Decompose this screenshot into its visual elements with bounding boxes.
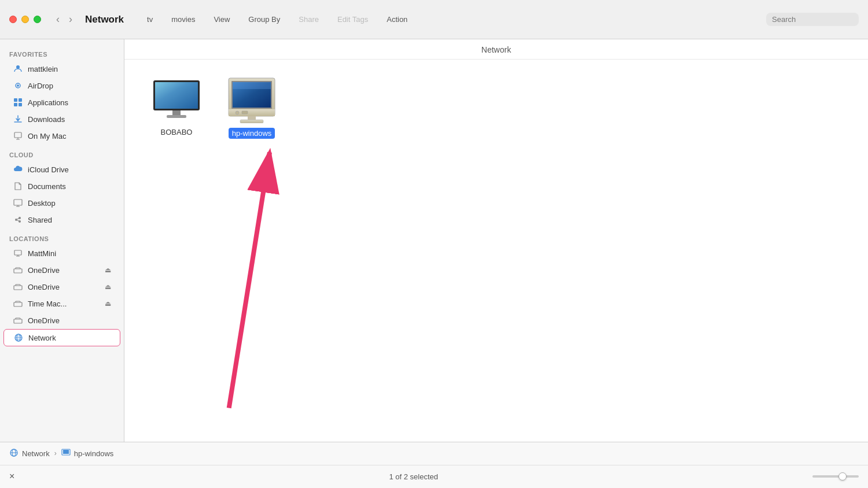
hp-windows-icon	[226, 77, 278, 123]
selection-info: 1 of 2 selected	[14, 472, 812, 481]
nav-buttons: ‹ ›	[53, 11, 76, 28]
sidebar-item-mattmini[interactable]: MattMini	[3, 245, 120, 261]
sidebar-label-airdrop: AirDrop	[28, 82, 53, 90]
hp-windows-label: hp-windows	[229, 128, 275, 139]
status-bottom: × 1 of 2 selected	[0, 465, 868, 488]
svg-rect-24	[172, 110, 181, 115]
svg-rect-7	[14, 132, 21, 138]
timemac-icon	[13, 298, 23, 309]
traffic-lights	[9, 16, 41, 23]
svg-rect-8	[14, 199, 22, 205]
breadcrumb-hp-windows[interactable]: hp-windows	[61, 449, 114, 459]
svg-rect-12	[14, 250, 21, 255]
toolbar-view[interactable]: View	[214, 15, 230, 24]
path-header: Network	[124, 39, 868, 60]
toolbar-movies[interactable]: movies	[171, 15, 195, 24]
desktop-icon	[13, 198, 23, 208]
close-selection-button[interactable]: ×	[9, 471, 14, 482]
mac-icon	[13, 131, 23, 141]
svg-rect-5	[14, 103, 17, 106]
file-grid: BOBABO	[124, 60, 868, 442]
drive-icon-1	[13, 265, 23, 275]
eject-icon-3[interactable]: ⏏	[105, 300, 111, 308]
sidebar-label-icloud-drive: iCloud Drive	[28, 165, 69, 174]
breadcrumb-hp-icon	[61, 449, 71, 459]
toolbar-tv[interactable]: tv	[147, 15, 153, 24]
sidebar-section-locations: Locations	[0, 228, 124, 245]
svg-rect-29	[233, 82, 271, 89]
slider-thumb[interactable]	[838, 472, 847, 480]
sidebar-label-mattklein: mattklein	[28, 65, 58, 73]
zoom-slider	[812, 475, 859, 478]
search-input[interactable]	[766, 13, 859, 26]
toolbar-share: Share	[299, 15, 319, 24]
svg-rect-32	[242, 111, 248, 114]
breadcrumb-bar: Network › hp-windows	[0, 442, 868, 465]
svg-point-11	[19, 220, 21, 223]
forward-button[interactable]: ›	[65, 11, 76, 28]
user-icon	[13, 64, 23, 74]
sidebar-label-timemac: Time Mac...	[28, 300, 67, 308]
svg-rect-34	[240, 120, 263, 123]
sidebar-item-onedrive3[interactable]: OneDrive	[3, 312, 120, 328]
svg-point-0	[16, 65, 20, 69]
sidebar-item-icloud-drive[interactable]: iCloud Drive	[3, 161, 120, 178]
applications-icon	[13, 97, 23, 108]
sidebar-item-documents[interactable]: Documents	[3, 178, 120, 194]
minimize-button[interactable]	[21, 16, 29, 23]
toolbar-edittags: Edit Tags	[337, 15, 368, 24]
svg-point-31	[236, 111, 239, 114]
sidebar-item-onedrive2[interactable]: OneDrive ⏏	[3, 279, 120, 295]
svg-rect-23	[155, 82, 198, 109]
sidebar-section-favorites: Favorites	[0, 44, 124, 60]
slider-track	[812, 475, 859, 478]
sidebar-item-shared[interactable]: Shared	[3, 212, 120, 228]
finder-window: ‹ › Network tv movies View Group By Shar…	[0, 0, 868, 488]
sidebar-item-airdrop[interactable]: AirDrop	[3, 77, 120, 94]
sidebar-item-mattklein[interactable]: mattklein	[3, 61, 120, 77]
drive-icon-2	[13, 282, 23, 292]
svg-rect-4	[19, 98, 22, 102]
close-button[interactable]	[9, 16, 17, 23]
window-title: Network	[85, 14, 124, 25]
sidebar-item-onedrive1[interactable]: OneDrive ⏏	[3, 262, 120, 278]
toolbar-action[interactable]: Action	[387, 15, 407, 24]
breadcrumb-network[interactable]: Network	[9, 448, 50, 459]
sidebar-label-onedrive3: OneDrive	[28, 316, 60, 325]
sidebar-label-documents: Documents	[28, 182, 66, 191]
documents-icon	[13, 181, 23, 191]
sidebar-label-network: Network	[28, 334, 56, 342]
breadcrumb-hp-label: hp-windows	[74, 449, 114, 458]
sidebar-item-network[interactable]: Network	[3, 329, 120, 346]
sidebar-item-on-my-mac[interactable]: On My Mac	[3, 128, 120, 144]
eject-icon-1[interactable]: ⏏	[105, 266, 111, 274]
back-button[interactable]: ‹	[53, 11, 63, 28]
svg-rect-33	[248, 116, 256, 120]
titlebar: ‹ › Network tv movies View Group By Shar…	[0, 0, 868, 39]
sidebar-item-downloads[interactable]: Downloads	[3, 111, 120, 127]
svg-rect-41	[63, 450, 69, 454]
sidebar-label-shared: Shared	[28, 216, 52, 224]
svg-point-9	[15, 219, 17, 221]
svg-rect-25	[167, 115, 186, 118]
sidebar-label-applications: Applications	[28, 98, 68, 107]
toolbar-groupby[interactable]: Group By	[248, 15, 280, 24]
svg-point-10	[19, 217, 21, 219]
sidebar-item-desktop[interactable]: Desktop	[3, 195, 120, 211]
maximize-button[interactable]	[34, 16, 41, 23]
sidebar-item-applications[interactable]: Applications	[3, 94, 120, 110]
svg-rect-13	[14, 269, 22, 273]
svg-line-36	[229, 152, 270, 408]
svg-point-2	[17, 84, 19, 87]
bobabo-label: BOBABO	[161, 128, 193, 136]
file-hp-windows[interactable]: hp-windows	[223, 77, 281, 139]
sidebar-item-timemac[interactable]: Time Mac... ⏏	[3, 295, 120, 312]
breadcrumb-network-icon	[9, 448, 19, 459]
globe-icon	[13, 332, 24, 343]
sidebar-label-downloads: Downloads	[28, 115, 65, 124]
eject-icon-2[interactable]: ⏏	[105, 283, 111, 291]
file-bobabo[interactable]: BOBABO	[148, 77, 205, 139]
sidebar-label-on-my-mac: On My Mac	[28, 132, 66, 141]
file-area: Network	[124, 39, 868, 442]
svg-rect-6	[19, 103, 22, 106]
